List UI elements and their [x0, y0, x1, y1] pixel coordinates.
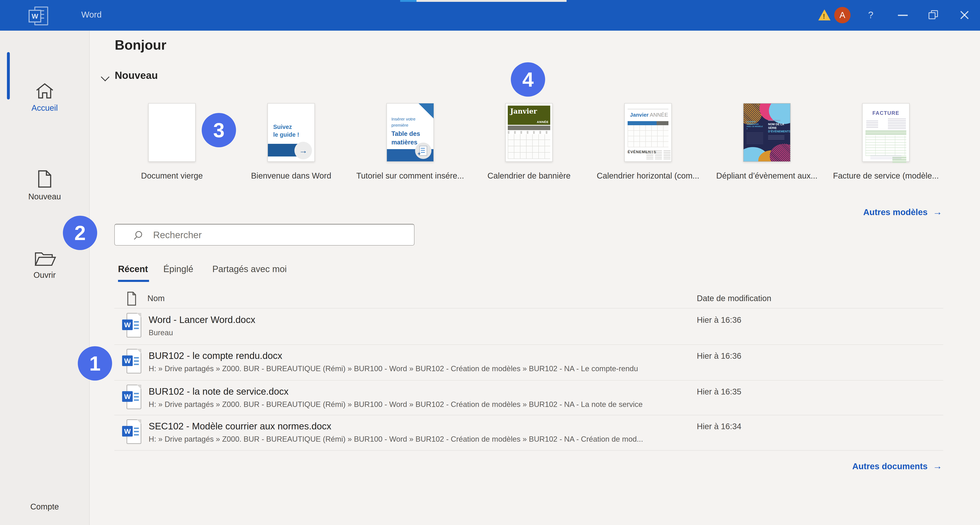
more-documents-link[interactable]: Autres documents→ [852, 460, 942, 471]
annotation-badge-1: 1 [78, 346, 112, 381]
template-card-bienvenue[interactable]: Suivez le guide ! → [267, 103, 315, 162]
calendar-year: ANNÉE [650, 112, 668, 118]
file-row[interactable]: W BUR102 - le compte rendu.docx H: » Dri… [115, 345, 943, 380]
file-row[interactable]: W SEC102 - Modèle courrier aux normes.do… [115, 415, 943, 450]
file-modified-date: Hier à 16:36 [697, 351, 741, 361]
document-column-icon [126, 291, 138, 306]
template-caption[interactable]: Document vierge [115, 171, 229, 180]
flyer-title: NOM DE LA [768, 123, 789, 126]
help-button[interactable]: ? [868, 10, 873, 21]
corner-ribbon [418, 104, 434, 118]
account-avatar[interactable]: A [834, 7, 851, 23]
arrow-right-icon: → [294, 142, 312, 160]
template-card-calendrier-horizontal[interactable]: Janvier ANNÉE ÉVÉNEMENTS [624, 103, 672, 162]
invoice-title: FACTURE [862, 110, 909, 116]
search-box[interactable] [115, 224, 414, 246]
sidebar-item-compte[interactable]: Compte [0, 502, 89, 511]
annotation-badge-4: 4 [511, 62, 545, 97]
sidebar-item-accueil[interactable]: Accueil [0, 82, 89, 113]
divider [115, 308, 943, 308]
minimize-button[interactable] [898, 15, 908, 16]
template-art-text: première [391, 123, 408, 128]
sidebar-label-ouvrir: Ouvrir [0, 270, 89, 280]
sidebar-item-ouvrir[interactable]: Ouvrir [0, 249, 89, 280]
app-title: Word [81, 10, 102, 20]
file-modified-date: Hier à 16:34 [697, 422, 741, 431]
file-title: Word - Lancer Word.docx [149, 314, 255, 325]
word-letter: W [29, 10, 41, 22]
tab-recent[interactable]: Récent [118, 264, 148, 274]
template-art-text: Insérer votre [391, 116, 415, 121]
file-modified-date: Hier à 16:36 [697, 315, 741, 325]
template-caption[interactable]: Calendrier de bannière [472, 171, 586, 180]
search-icon [132, 230, 144, 241]
arrow-right-icon: → [933, 206, 942, 217]
calendar-grid [628, 125, 668, 147]
background-window-strip-white [417, 0, 566, 2]
file-title: BUR102 - la note de service.docx [149, 386, 288, 397]
active-tab-underline [118, 280, 149, 282]
annotation-badge-3: 3 [202, 113, 236, 147]
close-button[interactable] [959, 10, 970, 21]
template-caption[interactable]: Calendrier horizontal (com... [591, 171, 705, 180]
home-icon [35, 82, 55, 101]
sidebar-label-nouveau: Nouveau [0, 192, 89, 201]
flyer-text-lines [746, 132, 763, 144]
tab-epingle[interactable]: Épinglé [163, 264, 193, 274]
template-art-text: matières [391, 139, 417, 146]
word-file-icon: W [122, 313, 141, 338]
search-input[interactable] [153, 227, 399, 243]
calendar-year: ANNÉE [537, 120, 549, 124]
sidebar-item-nouveau[interactable]: Nouveau [0, 169, 89, 201]
file-location: H: » Drive partagés » Z000. BUR - BUREAU… [149, 435, 643, 444]
template-caption[interactable]: Dépliant d’évènement aux... [710, 171, 824, 180]
file-row[interactable]: W BUR102 - la note de service.docx H: » … [115, 381, 943, 416]
file-title: BUR102 - le compte rendu.docx [149, 350, 282, 361]
word-file-icon: W [122, 385, 141, 410]
calendar-month: Janvier [510, 107, 537, 115]
restore-button[interactable] [929, 10, 938, 20]
invoice-table [865, 136, 906, 156]
calendar-header: Janvier ANNÉE [508, 105, 550, 125]
new-document-icon [35, 169, 54, 189]
sidebar-label-accueil: Accueil [0, 104, 89, 113]
file-row[interactable]: W Word - Lancer Word.docx Bureau Hier à … [115, 309, 943, 344]
arrow-right-icon: → [933, 461, 942, 471]
flyer-heading: COMMENT COMMENCER AVEC CE MODÈLE ? [746, 121, 763, 130]
file-location: H: » Drive partagés » Z000. BUR - BUREAU… [149, 400, 643, 409]
template-caption[interactable]: Facture de service (modèle... [829, 171, 943, 180]
template-card-facture[interactable]: FACTURE [862, 103, 910, 162]
calendar-grid [508, 134, 550, 159]
greeting-title: Bonjour [115, 37, 166, 53]
template-card-calendrier-banniere[interactable]: Janvier ANNÉE [505, 103, 553, 162]
warning-exclamation: ! [823, 12, 825, 20]
title-bar: W Word ! A ? [0, 0, 980, 30]
tab-partages-avec-moi[interactable]: Partagés avec moi [212, 264, 286, 274]
word-app-icon: W [29, 6, 48, 24]
sidebar-label-compte: Compte [0, 502, 89, 511]
new-section-title: Nouveau [115, 69, 158, 81]
flyer-title: D’ÉVÈNEMENTS [768, 130, 789, 133]
open-folder-icon [33, 249, 56, 268]
flyer-title: SÉRIE [768, 126, 789, 130]
divider [115, 450, 943, 451]
file-location: H: » Drive partagés » Z000. BUR - BUREAU… [149, 364, 638, 373]
more-templates-link[interactable]: Autres modèles→ [863, 206, 942, 217]
template-card-depliant[interactable]: COMMENT COMMENCER AVEC CE MODÈLE ? NOM D… [743, 103, 791, 162]
template-art-text: Suivez [273, 123, 299, 131]
chevron-down-icon[interactable] [101, 73, 110, 81]
template-card-tutoriel[interactable]: Insérer votre première Table des matière… [387, 103, 434, 162]
column-header-nom[interactable]: Nom [147, 294, 165, 303]
word-start-screen: W Word ! A ? Accueil [0, 0, 980, 525]
file-location: Bureau [149, 329, 173, 337]
template-caption[interactable]: Tutoriel sur comment insére... [353, 171, 467, 180]
insert-document-icon: + [415, 143, 431, 159]
word-file-icon: W [122, 420, 141, 444]
calendar-month: Janvier [630, 112, 649, 118]
template-art-text: le guide ! [273, 131, 299, 139]
template-card-document-vierge[interactable] [148, 103, 196, 162]
template-caption[interactable]: Bienvenue dans Word [234, 171, 348, 180]
background-window-strip-blue [400, 0, 417, 2]
column-header-date[interactable]: Date de modification [697, 294, 772, 303]
template-art-text: Table des [391, 130, 420, 137]
